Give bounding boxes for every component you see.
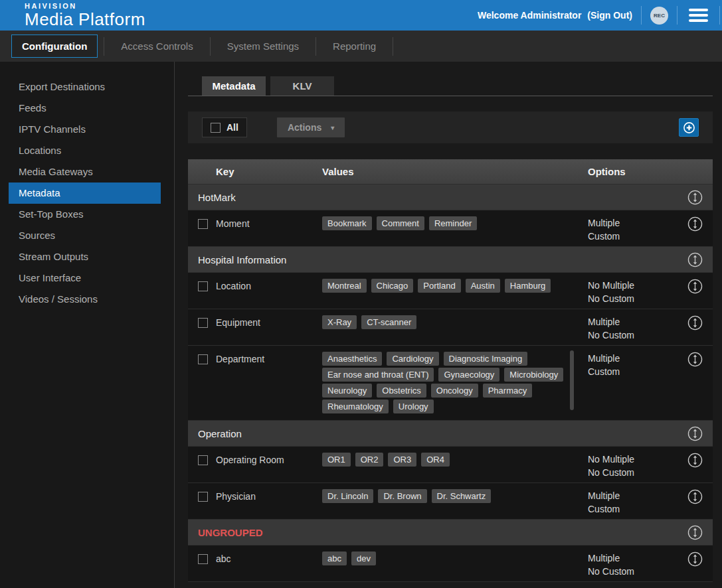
sidebar-item-set-top-boxes[interactable]: Set-Top Boxes	[9, 204, 161, 225]
key-name: Moment	[216, 210, 315, 229]
move-row-handle[interactable]	[687, 216, 711, 232]
values-scrollbar[interactable]	[570, 350, 574, 410]
move-row-handle[interactable]	[687, 315, 711, 331]
option-flag: Custom	[588, 365, 680, 378]
option-flag: No Custom	[588, 565, 680, 578]
nav-tab-access-controls[interactable]: Access Controls	[110, 35, 203, 58]
row-checkbox[interactable]	[198, 554, 208, 564]
move-group-handle[interactable]	[687, 525, 711, 540]
sidebar-item-media-gateways[interactable]: Media Gateways	[9, 161, 161, 183]
table-bottom-border	[188, 581, 713, 582]
row-checkbox[interactable]	[198, 318, 208, 328]
sidebar-item-videos-sessions[interactable]: Videos / Sessions	[9, 289, 161, 310]
brand-logo[interactable]: HAIVISION Media Platform	[25, 3, 145, 28]
value-chip: Diagnostic Imaging	[444, 352, 528, 366]
row-checkbox[interactable]	[198, 354, 208, 364]
tab-klv[interactable]: KLV	[270, 76, 334, 96]
table-header-row: Key Values Options	[188, 159, 713, 184]
sidebar-item-iptv-channels[interactable]: IPTV Channels	[9, 119, 161, 140]
option-flag: Custom	[588, 230, 680, 243]
key-name: abc	[216, 546, 315, 564]
move-row-handle[interactable]	[687, 489, 711, 504]
nav-tab-reporting[interactable]: Reporting	[322, 35, 387, 58]
nav-divider	[393, 37, 393, 56]
sidebar-item-export-destinations[interactable]: Export Destinations	[9, 76, 161, 98]
sidebar-item-metadata[interactable]: Metadata	[9, 183, 161, 204]
actions-label: Actions	[288, 122, 321, 133]
options-flags: MultipleCustom	[588, 483, 680, 516]
group-header-ungrouped: UNGROUPED	[188, 519, 713, 545]
value-chip: Anaesthetics	[322, 352, 382, 366]
value-chip: Microbiology	[504, 368, 563, 382]
metadata-row-location: Location Montreal Chicago Portland Austi…	[188, 272, 713, 309]
header-divider	[677, 6, 677, 25]
row-checkbox[interactable]	[198, 219, 208, 229]
sidebar-item-feeds[interactable]: Feeds	[9, 98, 161, 119]
options-flags: MultipleNo Custom	[588, 546, 680, 578]
hamburger-menu-icon[interactable]	[686, 7, 711, 23]
option-flag: Multiple	[588, 216, 680, 230]
move-row-handle[interactable]	[687, 551, 711, 567]
group-name: UNGROUPED	[198, 527, 680, 538]
group-header-hotmark: HotMark	[188, 184, 713, 210]
product-name: Media Platform	[25, 11, 145, 28]
option-flag: No Custom	[588, 466, 680, 479]
move-group-handle[interactable]	[687, 252, 711, 267]
move-row-handle[interactable]	[687, 279, 711, 294]
select-all-button[interactable]: All	[202, 117, 247, 137]
values-list: Anaesthetics Cardiology Diagnostic Imagi…	[322, 346, 581, 420]
value-chip: OR2	[355, 453, 384, 467]
value-chip: Dr. Lincoln	[322, 489, 373, 503]
move-up-down-icon	[687, 489, 703, 504]
values-list: Montreal Chicago Portland Austin Hamburg	[322, 273, 581, 299]
value-chip: Austin	[466, 279, 500, 293]
value-chip: CT-scanner	[361, 315, 416, 329]
key-name: Location	[216, 273, 315, 291]
tab-metadata[interactable]: Metadata	[202, 76, 266, 96]
sign-out-link[interactable]: (Sign Out)	[587, 10, 632, 21]
move-up-down-icon	[687, 551, 703, 567]
metadata-row-physician: Physician Dr. Lincoln Dr. Brown Dr. Schw…	[188, 482, 713, 519]
values-list: Dr. Lincoln Dr. Brown Dr. Schwartz	[322, 483, 581, 510]
row-checkbox[interactable]	[198, 492, 208, 502]
value-chip: Montreal	[322, 279, 367, 293]
group-header-hospital-information: Hospital Information	[188, 246, 713, 272]
rec-badge[interactable]: REC	[650, 7, 668, 25]
column-header-options: Options	[588, 166, 680, 177]
row-checkbox[interactable]	[198, 281, 208, 291]
value-chip: OR1	[322, 453, 351, 467]
move-row-handle[interactable]	[687, 352, 711, 367]
select-all-label: All	[226, 122, 238, 133]
value-chip: Oncology	[431, 384, 478, 398]
sidebar: Export Destinations Feeds IPTV Channels …	[0, 62, 175, 588]
nav-divider	[104, 37, 104, 56]
select-all-checkbox[interactable]	[211, 123, 221, 133]
sidebar-item-stream-outputs[interactable]: Stream Outputs	[9, 246, 161, 267]
app-window: HAIVISION Media Platform Welcome Adminis…	[0, 0, 722, 588]
values-list: Bookmark Comment Reminder	[322, 210, 581, 237]
sidebar-item-locations[interactable]: Locations	[9, 140, 161, 161]
nav-divider	[210, 37, 211, 56]
value-chip: Urology	[393, 400, 434, 413]
actions-dropdown[interactable]: Actions ▾	[277, 117, 345, 137]
row-checkbox[interactable]	[198, 455, 208, 465]
metadata-table: Key Values Options HotMark Moment Bookma…	[188, 159, 713, 582]
add-metadata-button[interactable]	[679, 118, 699, 137]
nav-tab-system-settings[interactable]: System Settings	[217, 35, 310, 58]
sidebar-item-sources[interactable]: Sources	[9, 225, 161, 246]
value-chip: dev	[351, 551, 376, 565]
nav-tab-configuration[interactable]: Configuration	[11, 35, 98, 58]
move-up-down-icon	[687, 525, 703, 540]
value-chip: Obstetrics	[377, 384, 426, 398]
metadata-row-department: Department Anaesthetics Cardiology Diagn…	[188, 345, 713, 420]
move-group-handle[interactable]	[687, 426, 711, 441]
move-up-down-icon	[687, 216, 703, 232]
sidebar-item-user-interface[interactable]: User Interface	[9, 267, 161, 289]
value-chip: Hamburg	[505, 279, 551, 293]
move-group-handle[interactable]	[687, 190, 711, 205]
move-row-handle[interactable]	[687, 453, 711, 468]
values-list: OR1 OR2 OR3 OR4	[322, 447, 581, 473]
move-up-down-icon	[687, 190, 703, 205]
value-chip: Portland	[418, 279, 460, 293]
values-list: X-Ray CT-scanner	[322, 309, 581, 336]
